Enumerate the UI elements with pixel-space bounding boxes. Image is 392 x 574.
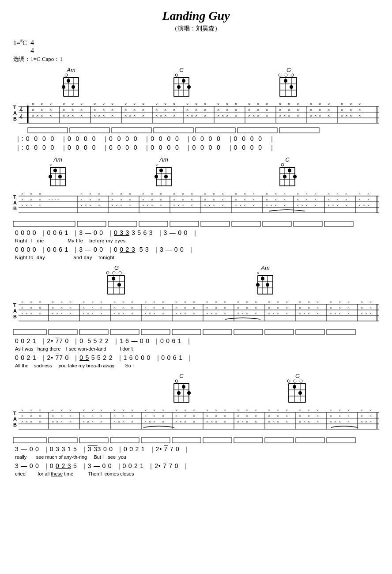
svg-rect-539 [203,329,232,335]
svg-text:×: × [330,306,332,310]
svg-text:×: × [30,311,32,316]
svg-text:×: × [246,419,248,424]
svg-text:×: × [345,192,347,196]
svg-text:×: × [279,102,281,106]
svg-text:×: × [204,108,206,112]
notation-2b: 0 0 0 0 ｜0 0 6 1 ｜3 — 0 0 ｜0 0 2 3 5 3 ｜… [15,246,379,254]
svg-text:×: × [173,192,175,196]
staff-boxes-1 [26,127,379,134]
repeat-start: ｜: [15,135,24,142]
svg-text:×: × [160,197,162,202]
staff-boxes-2 [13,220,379,229]
svg-text:×: × [206,419,208,424]
svg-text:×: × [339,408,341,412]
svg-text:×: × [314,113,317,118]
svg-text:×: × [211,311,213,316]
svg-text:×: × [118,311,120,316]
svg-text:×: × [237,414,239,418]
svg-text:×: × [160,192,162,196]
notation-2a: 0 0 0 0 ｜0 0 6 1 ｜3 — 0 0 ｜0 3 3 3 5 6 3… [15,229,379,237]
chord-g-3: G P E [106,264,127,295]
svg-text:×: × [215,300,217,304]
svg-text:×: × [301,203,303,208]
svg-text:×: × [133,113,136,118]
svg-text:×: × [26,419,28,424]
svg-text:×: × [299,300,301,304]
svg-text:×: × [226,113,228,118]
key-info: 1=#C 4 4 [13,37,379,54]
svg-point-394 [256,283,260,287]
svg-text:×: × [328,102,330,106]
svg-text:×: × [162,306,164,310]
svg-rect-535 [79,329,108,335]
svg-text:T: T [13,302,16,308]
svg-text:×: × [206,300,208,304]
svg-text:×: × [339,414,341,418]
svg-text:×: × [339,311,341,316]
svg-text:×: × [310,108,312,112]
svg-text:B: B [13,314,17,319]
title: Landing Guy [13,9,379,23]
svg-text:×: × [151,192,153,196]
svg-text:×: × [350,113,352,118]
svg-rect-360 [170,221,199,227]
svg-text:×: × [100,306,102,310]
svg-rect-364 [294,221,322,227]
svg-text:×: × [257,108,259,112]
svg-text:×: × [253,192,255,196]
svg-rect-362 [232,221,260,227]
svg-text:×: × [69,414,72,418]
svg-text:×: × [314,192,317,196]
svg-rect-545 [174,384,189,402]
svg-text:×: × [222,192,224,196]
svg-text:×: × [341,113,343,118]
svg-text:×: × [297,113,299,118]
svg-text:×: × [317,306,319,310]
svg-text:×: × [30,306,32,310]
svg-point-571 [293,385,296,389]
svg-text:×: × [297,203,299,208]
svg-point-368 [119,272,121,274]
svg-rect-181 [154,128,193,133]
svg-text:×: × [204,102,206,106]
svg-rect-712 [49,438,77,443]
svg-text:×: × [237,311,239,316]
svg-text:×: × [358,197,361,202]
svg-text:×: × [98,197,100,202]
svg-point-195 [53,169,57,172]
svg-point-0 [65,74,68,76]
svg-text:×: × [98,113,100,118]
svg-text:×: × [69,300,72,304]
svg-text:×: × [303,311,305,316]
svg-text:×: × [297,197,299,202]
svg-text:×: × [213,203,215,208]
svg-text:×: × [358,113,361,118]
svg-text:×: × [56,419,58,424]
svg-text:×: × [328,108,330,112]
svg-text:×: × [330,414,332,418]
svg-text:×: × [279,108,281,112]
svg-text:×: × [100,311,102,316]
svg-text:×: × [30,419,32,424]
svg-text:×: × [186,102,188,106]
svg-text:×: × [213,197,215,202]
svg-text:×: × [193,311,195,316]
svg-text:×: × [299,419,301,424]
svg-rect-361 [201,221,230,227]
svg-text:×: × [305,197,308,202]
svg-text:×: × [299,408,301,412]
svg-text:×: × [87,311,89,316]
svg-text:×: × [305,203,308,208]
tab-staff-2: T A B × × × × × × × × × × - - - - × × × [13,192,379,220]
svg-text:×: × [151,203,153,208]
notation-4a: 3 — 0 0 ｜0 3 3 1 5 ｜3 33 0 0 ｜0 0 2 1 ｜2… [15,446,379,453]
svg-text:T: T [13,411,16,416]
svg-text:×: × [308,306,310,310]
svg-text:×: × [69,311,72,316]
svg-text:×: × [341,102,343,106]
svg-text:×: × [303,419,305,424]
svg-text:×: × [369,414,372,418]
svg-text:×: × [191,113,193,118]
svg-text:×: × [21,203,23,208]
svg-rect-538 [172,329,201,335]
